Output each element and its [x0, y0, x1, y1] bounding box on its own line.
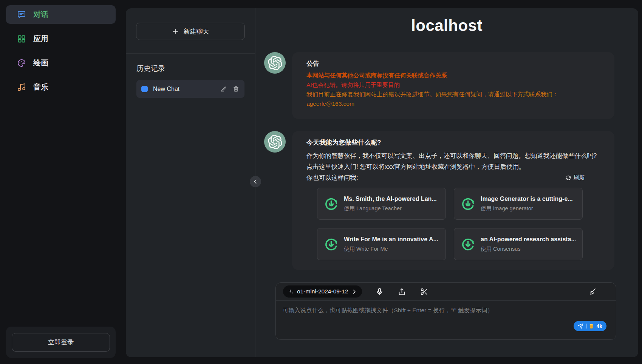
refresh-icon: [566, 175, 571, 180]
palette-icon: [17, 59, 26, 68]
announcement-line-contact-note: 我们目前正在修复我们网站上的错误并改进细节。如果您有任何疑问，请通过以下方式联系…: [306, 90, 599, 98]
music-note-icon: [17, 83, 26, 92]
chevron-right-icon: [351, 289, 357, 295]
chat-item-title: New Chat: [153, 86, 215, 93]
card-subtitle: 使用 Language Teacher: [344, 205, 437, 212]
suggestion-cards: Ms. Smith, the AI-powered Lan... 使用 Lang…: [317, 188, 599, 260]
microphone-icon: [376, 288, 384, 296]
broom-icon: [588, 288, 596, 296]
chat-history-item[interactable]: New Chat: [136, 80, 244, 98]
refresh-label: 刷新: [574, 174, 585, 181]
download-circle-icon: [461, 237, 475, 251]
card-subtitle: 使用 Consensus: [481, 245, 575, 253]
sidebar-item-label: 绘画: [33, 58, 48, 68]
message-list: 公告 本网站与任何其他公司或商标没有任何关联或合作关系 AI也会犯错。请勿将其用…: [255, 43, 638, 282]
paper-plane-icon: [578, 323, 583, 329]
edit-chat-button[interactable]: [220, 85, 227, 93]
sidebar-item-chat[interactable]: 对话: [6, 5, 116, 24]
suggestion-card-write-for-me[interactable]: Write For Me is an innovative A... 使用 Wr…: [317, 228, 446, 260]
chat-list-panel: 新建聊天 历史记录 New Chat: [126, 8, 255, 357]
plus-icon: [172, 28, 179, 35]
chevron-left-icon: [253, 179, 258, 184]
sidebar-item-apps[interactable]: 应用: [6, 29, 116, 48]
sidebar-item-draw[interactable]: 绘画: [6, 54, 116, 72]
collapse-sidebar-button[interactable]: [250, 176, 261, 187]
composer: o1-mini-2024-09-12: [275, 282, 616, 340]
upload-icon: [398, 288, 406, 296]
model-label: o1-mini-2024-09-12: [297, 288, 348, 295]
coins-icon: [589, 323, 594, 329]
sparkles-icon: [288, 289, 294, 295]
download-circle-icon: [324, 197, 338, 211]
card-title: Ms. Smith, the AI-powered Lan...: [344, 196, 437, 202]
chat-color-swatch: [141, 86, 148, 92]
card-title: Image Generator is a cutting-e...: [481, 196, 573, 202]
trash-icon: [233, 86, 239, 92]
card-subtitle: 使用 Write For Me: [344, 245, 438, 253]
composer-body: 4k: [276, 301, 616, 339]
openai-logo-icon: [268, 56, 282, 70]
login-button[interactable]: 立即登录: [12, 333, 110, 352]
app-grid-icon: [17, 34, 26, 43]
chat-bubble-icon: [17, 10, 26, 19]
voice-input-button[interactable]: [375, 287, 384, 296]
sidebar-item-label: 对话: [33, 9, 48, 20]
suggestion-card-image-generator[interactable]: Image Generator is a cutting-e... 使用 ima…: [454, 188, 583, 220]
main-chat-area: localhost 公告 本网站与任何其他公司或商标没有任何关联或合作关系 AI…: [255, 8, 638, 357]
send-divider: [586, 324, 586, 329]
openai-logo-icon: [268, 135, 282, 149]
model-selector[interactable]: o1-mini-2024-09-12: [283, 285, 362, 298]
composer-toolbar: o1-mini-2024-09-12: [276, 283, 616, 301]
assistant-avatar: [264, 131, 286, 153]
suggestion-card-language-teacher[interactable]: Ms. Smith, the AI-powered Lan... 使用 Lang…: [317, 188, 446, 220]
upload-file-button[interactable]: [397, 287, 407, 296]
message-welcome: 今天我能为您做些什么呢? 作为你的智慧伙伴，我不仅可以写文案、出点子，还可以和你…: [264, 131, 614, 270]
welcome-heading: 今天我能为您做些什么呢?: [306, 138, 599, 147]
announcement-bubble: 公告 本网站与任何其他公司或商标没有任何关联或合作关系 AI也会犯错。请勿将其用…: [292, 52, 614, 119]
scissors-icon: [420, 288, 428, 296]
announcement-contact-email: ageerle@163.com: [306, 100, 599, 108]
new-chat-button[interactable]: 新建聊天: [136, 23, 245, 40]
announcement-heading: 公告: [306, 59, 599, 68]
delete-chat-button[interactable]: [232, 85, 240, 93]
clear-context-button[interactable]: [588, 287, 597, 296]
app-root: 对话 应用 绘画: [0, 0, 642, 364]
card-title: an AI-powered research assista...: [481, 236, 575, 243]
download-circle-icon: [461, 197, 475, 211]
ask-hint: 你也可以这样问我:: [306, 172, 358, 183]
sidebar-item-label: 应用: [33, 34, 48, 44]
message-announcement: 公告 本网站与任何其他公司或商标没有任何关联或合作关系 AI也会犯错。请勿将其用…: [264, 52, 614, 119]
primary-sidebar: 对话 应用 绘画: [0, 0, 122, 364]
card-title: Write For Me is an innovative A...: [344, 236, 438, 243]
sidebar-item-label: 音乐: [33, 82, 48, 92]
screenshot-button[interactable]: [419, 287, 429, 296]
main-header: localhost: [255, 8, 638, 43]
pencil-icon: [221, 86, 226, 92]
workspace: 新建聊天 历史记录 New Chat: [126, 8, 638, 357]
token-badge: 4k: [596, 323, 602, 329]
message-input[interactable]: [276, 301, 616, 339]
new-chat-label: 新建聊天: [184, 27, 209, 36]
announcement-line-disclaimer: 本网站与任何其他公司或商标没有任何关联或合作关系: [306, 71, 599, 79]
suggestion-card-consensus[interactable]: an AI-powered research assista... 使用 Con…: [454, 228, 583, 260]
announcement-line-ai-warning: AI也会犯错。请勿将其用于重要目的: [306, 81, 599, 89]
refresh-suggestions-button[interactable]: 刷新: [566, 174, 585, 181]
sidebar-item-music[interactable]: 音乐: [6, 78, 116, 96]
list-divider: [126, 53, 255, 54]
welcome-body: 作为你的智慧伙伴，我不仅可以写文案、出点子，还可以和你聊天、回答问题。想知道我还…: [306, 150, 599, 172]
card-subtitle: 使用 image generator: [481, 205, 573, 212]
download-circle-icon: [324, 237, 338, 251]
history-title: 历史记录: [136, 64, 244, 74]
send-button[interactable]: 4k: [574, 321, 606, 331]
login-panel: 立即登录: [6, 327, 116, 358]
page-title: localhost: [411, 17, 483, 35]
welcome-bubble: 今天我能为您做些什么呢? 作为你的智慧伙伴，我不仅可以写文案、出点子，还可以和你…: [292, 131, 614, 270]
assistant-avatar: [264, 52, 286, 74]
